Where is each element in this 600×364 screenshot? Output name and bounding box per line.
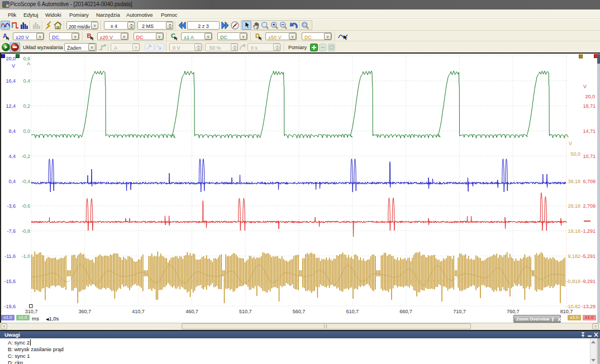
svg-text:2,709: 2,709: [583, 203, 596, 209]
svg-text:-13,29: -13,29: [581, 304, 596, 309]
svg-text:10,71: 10,71: [583, 154, 596, 159]
svg-text:-1,0: -1,0: [21, 253, 30, 259]
svg-text:-5,291: -5,291: [581, 253, 596, 259]
svg-text:V: V: [12, 63, 15, 69]
svg-text:0,4: 0,4: [8, 179, 16, 184]
svg-text:-9,291: -9,291: [581, 279, 596, 284]
svg-text:9,182: 9,182: [568, 253, 580, 259]
svg-text:760,7: 760,7: [507, 309, 520, 314]
svg-text:12,4: 12,4: [6, 103, 16, 109]
svg-text:0,4: 0,4: [23, 78, 30, 84]
svg-text:-7,6: -7,6: [7, 228, 16, 234]
svg-text:560,7: 560,7: [293, 309, 306, 314]
svg-text:660,7: 660,7: [399, 309, 412, 314]
svg-text:410,7: 410,7: [132, 309, 145, 314]
svg-text:360,7: 360,7: [79, 309, 92, 314]
svg-text:16,4: 16,4: [6, 78, 16, 84]
svg-text:-19,6: -19,6: [4, 304, 16, 309]
svg-text:V: V: [583, 84, 587, 89]
svg-text:50,0: 50,0: [570, 151, 580, 157]
svg-text:-0,818: -0,818: [566, 279, 580, 284]
svg-text:-1,291: -1,291: [581, 228, 596, 234]
svg-text:-11,6: -11,6: [4, 253, 16, 259]
svg-text:-0,6: -0,6: [21, 203, 30, 209]
svg-text:460,7: 460,7: [185, 309, 198, 314]
svg-text:0,0: 0,0: [23, 128, 30, 134]
svg-text:-10,82: -10,82: [566, 304, 580, 309]
svg-text:-0,2: -0,2: [21, 154, 30, 159]
svg-text:-15,6: -15,6: [4, 279, 16, 284]
svg-text:310,7: 310,7: [25, 309, 38, 314]
svg-text:39,18: 39,18: [568, 179, 580, 184]
svg-text:710,7: 710,7: [453, 309, 466, 314]
svg-text:810,7: 810,7: [560, 309, 573, 314]
svg-text:A: A: [27, 61, 30, 66]
svg-text:510,7: 510,7: [239, 309, 252, 314]
svg-text:20,0: 20,0: [585, 94, 595, 99]
svg-text:-0,4: -0,4: [21, 179, 30, 184]
svg-text:8,4: 8,4: [8, 128, 16, 134]
svg-text:V: V: [569, 141, 572, 146]
svg-text:610,7: 610,7: [346, 309, 359, 314]
svg-text:19,18: 19,18: [568, 228, 580, 234]
svg-text:20,0: 20,0: [6, 56, 16, 61]
svg-text:4,4: 4,4: [8, 154, 16, 159]
svg-text:0,2: 0,2: [23, 103, 30, 109]
svg-text:14,71: 14,71: [583, 128, 596, 134]
svg-text:6,709: 6,709: [583, 179, 596, 184]
svg-text:18,71: 18,71: [583, 103, 596, 109]
svg-text:29,18: 29,18: [568, 203, 580, 209]
svg-text:-0,8: -0,8: [21, 228, 30, 234]
svg-text:-3,6: -3,6: [7, 203, 16, 209]
